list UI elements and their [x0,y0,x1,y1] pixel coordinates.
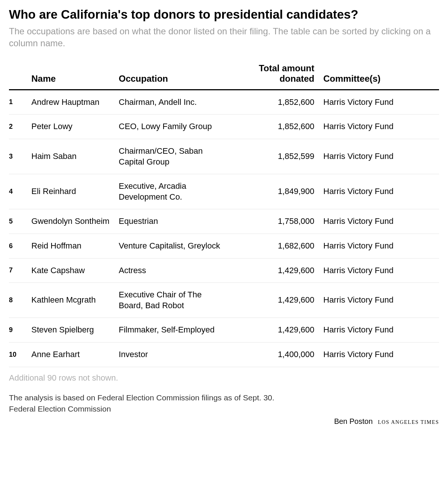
analysis-note: The analysis is based on Federal Electio… [9,393,439,402]
table-row: 3Haim SabanChairman/CEO, Saban Capital G… [9,139,439,174]
cell-rank: 4 [9,174,27,209]
cell-name: Peter Lowy [27,115,114,139]
cell-rank: 1 [9,90,27,115]
cell-rank: 8 [9,283,27,318]
cell-committee: Harris Victory Fund [319,209,439,234]
cell-name: Kate Capshaw [27,258,114,283]
cell-rank: 10 [9,342,27,367]
col-occupation[interactable]: Occupation [114,63,228,90]
table-row: 10Anne EarhartInvestor1,400,000Harris Vi… [9,342,439,367]
truncated-note: Additional 90 rows not shown. [9,373,439,383]
cell-name: Gwendolyn Sontheim [27,209,114,234]
page-subtitle: The occupations are based on what the do… [9,25,439,50]
cell-occupation: Equestrian [114,209,228,234]
cell-amount: 1,400,000 [228,342,319,367]
cell-rank: 2 [9,115,27,139]
cell-amount: 1,429,600 [228,283,319,318]
cell-rank: 9 [9,318,27,343]
cell-rank: 6 [9,234,27,258]
cell-occupation: Filmmaker, Self-Employed [114,318,228,343]
cell-rank: 7 [9,258,27,283]
cell-committee: Harris Victory Fund [319,115,439,139]
cell-occupation: Investor [114,342,228,367]
cell-occupation: Chairman, Andell Inc. [114,90,228,115]
cell-committee: Harris Victory Fund [319,174,439,209]
cell-occupation: Venture Capitalist, Greylock [114,234,228,258]
byline-author: Ben Poston [334,417,373,426]
cell-rank: 5 [9,209,27,234]
table-row: 2Peter LowyCEO, Lowy Family Group1,852,6… [9,115,439,139]
data-source: Federal Election Commission [9,404,439,413]
cell-amount: 1,429,600 [228,258,319,283]
cell-amount: 1,852,599 [228,139,319,174]
cell-name: Reid Hoffman [27,234,114,258]
cell-committee: Harris Victory Fund [319,283,439,318]
cell-committee: Harris Victory Fund [319,234,439,258]
cell-amount: 1,758,000 [228,209,319,234]
publication-name: LOS ANGELES TIMES [378,419,439,425]
cell-name: Andrew Hauptman [27,90,114,115]
cell-committee: Harris Victory Fund [319,139,439,174]
cell-occupation: CEO, Lowy Family Group [114,115,228,139]
table-row: 7Kate CapshawActress1,429,600Harris Vict… [9,258,439,283]
col-amount[interactable]: Total amount donated [228,63,319,90]
cell-name: Eli Reinhard [27,174,114,209]
page-title: Who are California's top donors to presi… [9,7,439,22]
cell-occupation: Executive Chair of The Board, Bad Robot [114,283,228,318]
byline-row: Ben Poston LOS ANGELES TIMES [9,417,439,426]
cell-rank: 3 [9,139,27,174]
cell-occupation: Actress [114,258,228,283]
col-committee[interactable]: Committee(s) [319,63,439,90]
col-name[interactable]: Name [27,63,114,90]
table-row: 6Reid HoffmanVenture Capitalist, Greyloc… [9,234,439,258]
cell-name: Haim Saban [27,139,114,174]
cell-committee: Harris Victory Fund [319,342,439,367]
table-row: 9Steven SpielbergFilmmaker, Self-Employe… [9,318,439,343]
cell-occupation: Chairman/CEO, Saban Capital Group [114,139,228,174]
header-row: Name Occupation Total amount donated Com… [9,63,439,90]
cell-name: Steven Spielberg [27,318,114,343]
col-rank[interactable] [9,63,27,90]
table-row: 1Andrew HauptmanChairman, Andell Inc.1,8… [9,90,439,115]
table-row: 4Eli ReinhardExecutive, Arcadia Developm… [9,174,439,209]
cell-committee: Harris Victory Fund [319,318,439,343]
cell-name: Kathleen Mcgrath [27,283,114,318]
cell-committee: Harris Victory Fund [319,90,439,115]
cell-amount: 1,429,600 [228,318,319,343]
donors-table: Name Occupation Total amount donated Com… [9,63,439,367]
table-row: 5Gwendolyn SontheimEquestrian1,758,000Ha… [9,209,439,234]
cell-amount: 1,849,900 [228,174,319,209]
cell-amount: 1,682,600 [228,234,319,258]
table-row: 8Kathleen McgrathExecutive Chair of The … [9,283,439,318]
cell-committee: Harris Victory Fund [319,258,439,283]
cell-amount: 1,852,600 [228,90,319,115]
cell-amount: 1,852,600 [228,115,319,139]
cell-name: Anne Earhart [27,342,114,367]
cell-occupation: Executive, Arcadia Development Co. [114,174,228,209]
